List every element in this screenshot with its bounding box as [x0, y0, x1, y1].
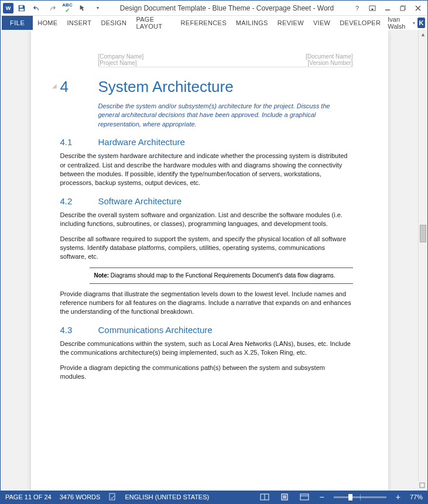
svg-rect-0 [20, 5, 23, 8]
vertical-scrollbar[interactable]: ▲ ▼ [418, 30, 427, 491]
h1-number: 4 [60, 78, 98, 96]
status-bar: PAGE 11 OF 24 3476 WORDS ENGLISH (UNITED… [1, 491, 427, 503]
chevron-down-icon: ▾ [413, 20, 415, 26]
svg-rect-13 [300, 494, 309, 500]
document-page: [Company Name][Document Name] [Project N… [31, 30, 388, 491]
heading-4-1: 4.1Hardware Architecture [60, 137, 353, 147]
zoom-level[interactable]: 77% [410, 493, 423, 500]
quick-access-toolbar: ABC✓ ▾ [16, 2, 104, 14]
web-layout-button[interactable] [299, 492, 310, 502]
zoom-in-button[interactable]: + [395, 493, 402, 501]
window-title: Design Document Template - Blue Theme - … [104, 4, 350, 12]
tab-mailings[interactable]: MAILINGS [231, 16, 273, 30]
zoom-thumb[interactable] [348, 494, 352, 500]
body-text: Provide a diagram depicting the communic… [60, 364, 353, 382]
proofing-icon[interactable] [108, 492, 117, 502]
document-area[interactable]: [Company Name][Document Name] [Project N… [1, 30, 418, 491]
heading-1: ◢ 4 System Architecture [60, 78, 353, 96]
read-mode-button[interactable] [259, 492, 271, 502]
zoom-slider[interactable] [334, 496, 386, 498]
print-layout-button[interactable] [279, 492, 290, 502]
tab-page-layout[interactable]: PAGE LAYOUT [131, 16, 176, 30]
user-account[interactable]: Ivan Walsh ▾ K [385, 16, 427, 30]
window-controls: ? [350, 2, 425, 14]
zoom-out-button[interactable]: − [319, 493, 326, 501]
svg-rect-4 [400, 6, 405, 11]
close-button[interactable] [411, 2, 425, 14]
restore-button[interactable] [396, 2, 410, 14]
selection-button[interactable] [77, 2, 88, 14]
tab-view[interactable]: VIEW [309, 16, 335, 30]
word-app-icon: W [3, 3, 13, 13]
page-header-row2: [Project Name][Version Number] [60, 60, 353, 66]
body-text: Describe the system hardware architectur… [60, 152, 353, 188]
ribbon: FILE HOME INSERT DESIGN PAGE LAYOUT REFE… [1, 16, 427, 30]
file-tab[interactable]: FILE [2, 16, 33, 30]
body-text: Describe communications within the syste… [60, 340, 353, 358]
header-rule [98, 67, 353, 67]
user-name: Ivan Walsh [388, 16, 410, 30]
tab-home[interactable]: HOME [33, 16, 62, 30]
scroll-thumb[interactable] [420, 225, 426, 242]
title-bar: W ABC✓ ▾ Design Document Template - Blue… [1, 1, 427, 16]
minimize-button[interactable] [381, 2, 395, 14]
page-header-row1: [Company Name][Document Name] [60, 53, 353, 60]
heading-4-3: 4.3Communications Architecture [60, 325, 353, 335]
save-button[interactable] [16, 2, 28, 14]
customize-qat-button[interactable]: ▾ [92, 2, 104, 14]
body-text: Provide diagrams that illustrate the seg… [60, 290, 353, 317]
scroll-track[interactable] [419, 39, 427, 481]
spelling-button[interactable]: ABC✓ [61, 2, 73, 14]
language-indicator[interactable]: ENGLISH (UNITED STATES) [125, 493, 209, 500]
undo-button[interactable] [31, 2, 43, 14]
collapse-caret-icon[interactable]: ◢ [52, 83, 57, 89]
svg-rect-5 [420, 483, 424, 488]
tab-insert[interactable]: INSERT [62, 16, 96, 30]
tab-references[interactable]: REFERENCES [176, 16, 231, 30]
tab-review[interactable]: REVIEW [273, 16, 309, 30]
body-text: Describe the overall system software and… [60, 211, 353, 229]
svg-rect-6 [109, 493, 115, 500]
scroll-up-button[interactable]: ▲ [419, 30, 427, 39]
workspace: [Company Name][Document Name] [Project N… [1, 30, 427, 491]
page-indicator[interactable]: PAGE 11 OF 24 [5, 493, 52, 500]
redo-button[interactable] [46, 2, 58, 14]
section-instruction: Describe the system and/or subsystem(s) … [98, 102, 353, 129]
word-count[interactable]: 3476 WORDS [60, 493, 101, 500]
help-button[interactable]: ? [350, 2, 364, 14]
tab-design[interactable]: DESIGN [96, 16, 131, 30]
user-avatar: K [417, 18, 425, 28]
h1-title: System Architecture [98, 78, 234, 96]
tab-developer[interactable]: DEVELOPER [335, 16, 385, 30]
body-text: Describe all software required to suppor… [60, 235, 353, 262]
heading-4-2: 4.2Software Architecture [60, 196, 353, 206]
view-split-icon[interactable] [418, 481, 426, 489]
svg-rect-1 [20, 8, 24, 11]
note-box: Note: Diagrams should map to the Functio… [90, 268, 353, 284]
ribbon-display-button[interactable] [365, 2, 379, 14]
